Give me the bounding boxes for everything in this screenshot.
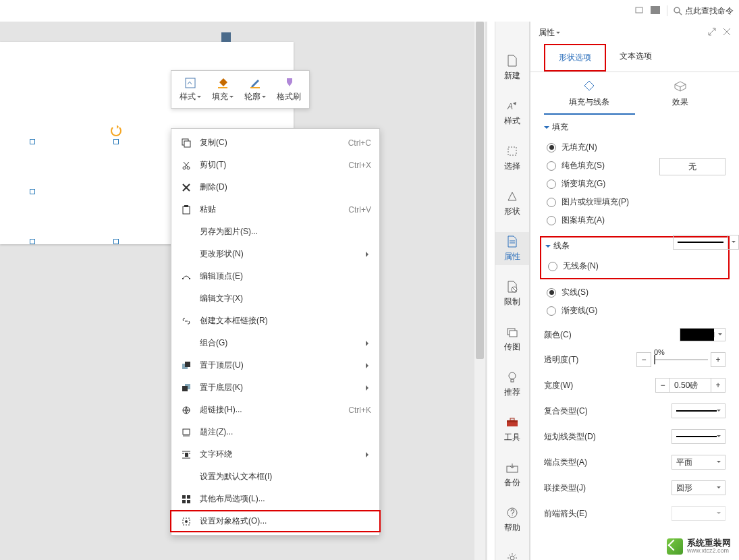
- slider-thumb[interactable]: [654, 355, 655, 364]
- menu-send-back[interactable]: 置于底层(K): [171, 376, 379, 399]
- line-gradient-radio[interactable]: 渐变线(G): [544, 302, 726, 320]
- menu-layout-options[interactable]: 其他布局选项(L)...: [171, 488, 379, 510]
- svg-rect-46: [510, 418, 514, 420]
- transparency-slider[interactable]: 0%: [654, 359, 708, 360]
- menu-change-shape[interactable]: 更改形状(N): [171, 243, 379, 265]
- join-combo[interactable]: 圆形: [672, 480, 726, 495]
- vertical-scrollbar[interactable]: [474, 22, 485, 560]
- caption-icon: [180, 428, 193, 437]
- compound-label: 复合类型(C): [544, 405, 588, 417]
- color-picker[interactable]: [680, 328, 726, 341]
- panel-expand-icon[interactable]: [708, 28, 716, 38]
- rail-style[interactable]: A样式: [495, 96, 529, 130]
- radio-icon: [548, 262, 557, 271]
- menu-edit-points[interactable]: 编辑顶点(E): [171, 265, 379, 287]
- arrow-begin-combo: [672, 506, 726, 521]
- rail-image[interactable]: 传图: [495, 323, 529, 356]
- menu-cut[interactable]: 剪切(T)Ctrl+X: [171, 154, 379, 176]
- fill-pattern-radio[interactable]: 图案填充(A): [544, 211, 726, 229]
- color-swatch: [680, 329, 714, 341]
- menu-group[interactable]: 组合(G): [171, 332, 379, 354]
- width-input[interactable]: 0.50磅: [670, 378, 711, 393]
- watermark-url: www.xtcz2.com: [687, 548, 731, 555]
- decrease-button[interactable]: −: [636, 352, 651, 367]
- fill-button[interactable]: 填充: [207, 74, 239, 105]
- menu-paste[interactable]: 粘贴Ctrl+V: [171, 198, 379, 221]
- dash-combo[interactable]: [672, 429, 726, 444]
- decrease-button[interactable]: −: [655, 378, 670, 393]
- rail-backup[interactable]: 备份: [495, 458, 529, 491]
- increase-button[interactable]: +: [711, 352, 726, 367]
- outline-button[interactable]: 轮廓: [239, 74, 271, 105]
- menu-bring-front[interactable]: 置于顶层(U): [171, 354, 379, 376]
- subtab-fill-line[interactable]: 填充与线条: [544, 80, 635, 115]
- format-painter-button[interactable]: 格式刷: [271, 74, 306, 105]
- svg-marker-35: [508, 192, 516, 200]
- lightbulb-icon: [505, 370, 519, 384]
- line-solid-radio[interactable]: 实线(S): [544, 283, 726, 302]
- menu-create-textbox-link[interactable]: 创建文本框链接(R): [171, 310, 379, 332]
- menu-text-wrap[interactable]: 文字环绕: [171, 443, 379, 466]
- window-presentation-icon[interactable]: [651, 6, 661, 16]
- rail-limit[interactable]: 限制: [495, 277, 529, 310]
- tab-shape-options[interactable]: 形状选项: [544, 44, 606, 72]
- tab-text-options[interactable]: 文本选项: [606, 44, 665, 72]
- copy-icon: [180, 138, 193, 148]
- rail-select[interactable]: 选择: [495, 142, 529, 175]
- menu-hyperlink[interactable]: 超链接(H)...Ctrl+K: [171, 399, 379, 421]
- window-restore-icon[interactable]: [634, 6, 645, 16]
- ruler-toggle-icon[interactable]: [221, 32, 231, 42]
- resize-handle-l[interactable]: [30, 189, 35, 194]
- resize-handle-b[interactable]: [113, 239, 119, 244]
- rail-new[interactable]: 新建: [495, 51, 529, 84]
- line-style-swatch[interactable]: [673, 235, 739, 250]
- fill-gradient-radio[interactable]: 渐变填充(G): [544, 175, 726, 193]
- chevron-down-icon: [197, 96, 201, 100]
- compound-combo[interactable]: [672, 403, 726, 418]
- rail-shape[interactable]: 形状: [495, 187, 529, 220]
- edit-points-icon: [180, 272, 193, 281]
- menu-edit-text[interactable]: 编辑文字(X): [171, 287, 379, 310]
- rail-tools[interactable]: 工具: [495, 413, 529, 446]
- radio-icon: [547, 288, 556, 298]
- resize-handle-tl[interactable]: [30, 139, 35, 144]
- rail-settings[interactable]: 设置: [495, 549, 529, 560]
- line-none-radio[interactable]: 无线条(N): [545, 257, 724, 275]
- rotate-handle[interactable]: [111, 125, 121, 136]
- svg-rect-6: [250, 87, 260, 88]
- cap-row: 端点类型(A) 平面: [530, 449, 739, 475]
- style-text-icon: A: [505, 99, 519, 113]
- menu-set-default-textbox[interactable]: 设置为默认文本框(I): [171, 466, 379, 488]
- panel-close-icon[interactable]: [723, 28, 731, 38]
- text-wrap-icon: [180, 450, 193, 459]
- fill-picture-radio[interactable]: 图片或纹理填充(P): [544, 193, 726, 211]
- subtab-effects[interactable]: 效果: [635, 80, 726, 115]
- menu-format-object[interactable]: 设置对象格式(O)...: [170, 510, 381, 532]
- rail-recommend[interactable]: 推荐: [495, 368, 529, 401]
- rail-help[interactable]: ?帮助: [495, 503, 529, 536]
- panel-title[interactable]: 属性: [539, 27, 560, 38]
- menu-delete[interactable]: 删除(D): [171, 176, 379, 198]
- fill-section-header[interactable]: 填充: [544, 121, 726, 133]
- resize-handle-bl[interactable]: [30, 239, 35, 244]
- rail-properties[interactable]: 属性: [495, 232, 529, 265]
- new-file-icon: [505, 54, 519, 67]
- fill-none-button[interactable]: 无: [659, 158, 726, 175]
- cap-combo[interactable]: 平面: [672, 455, 726, 470]
- resize-handle-t[interactable]: [113, 139, 119, 144]
- radio-icon: [547, 306, 556, 316]
- menu-copy[interactable]: 复制(C)Ctrl+C: [171, 132, 379, 154]
- increase-button[interactable]: +: [711, 378, 726, 393]
- menu-save-as-picture[interactable]: 另存为图片(S)...: [171, 221, 379, 243]
- style-button[interactable]: 样式: [174, 74, 207, 105]
- svg-rect-22: [185, 453, 188, 457]
- fill-none-radio[interactable]: 无填充(N): [544, 138, 726, 157]
- svg-rect-5: [218, 87, 227, 88]
- svg-rect-41: [510, 331, 517, 337]
- scrollbar-thumb[interactable]: [476, 22, 484, 359]
- search-command[interactable]: 点此查找命令: [673, 5, 734, 17]
- svg-point-10: [187, 167, 190, 169]
- svg-rect-11: [183, 206, 190, 214]
- svg-rect-1: [651, 6, 660, 14]
- chevron-down-icon: [556, 32, 560, 36]
